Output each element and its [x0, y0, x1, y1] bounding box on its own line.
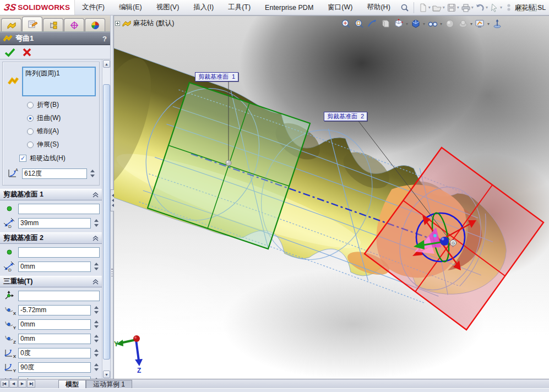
menu-file[interactable]: 文件(F): [75, 0, 112, 15]
feature-tree-root[interactable]: 麻花钻 (默认): [115, 19, 174, 28]
view-settings-caret[interactable]: ▾: [487, 21, 490, 26]
menu-tools[interactable]: 工具(T): [221, 0, 258, 15]
view-orientation-caret[interactable]: ▾: [406, 21, 408, 26]
zoom-to-area-icon[interactable]: [353, 18, 365, 30]
rotate-x-spinner[interactable]: [93, 349, 100, 357]
flex-type-stretch[interactable]: 伸展(S): [27, 140, 96, 149]
search-icon[interactable]: [399, 2, 411, 14]
select-cursor-icon[interactable]: [488, 2, 501, 14]
new-document-icon[interactable]: [417, 2, 429, 14]
displaymanager-tab[interactable]: [85, 18, 105, 31]
triad-z-input[interactable]: [18, 334, 91, 344]
model-scene[interactable]: G: [114, 16, 549, 379]
print-dropdown-caret[interactable]: ▾: [471, 5, 474, 10]
measure-icon[interactable]: [503, 2, 515, 14]
last-study-button[interactable]: ▶: [27, 380, 35, 388]
zoom-to-fit-icon[interactable]: [340, 18, 351, 30]
hide-show-caret[interactable]: ▾: [440, 21, 442, 26]
dimxpertmanager-tab[interactable]: [64, 18, 84, 31]
fly-through-icon[interactable]: [366, 18, 378, 30]
rotate-z-spinner[interactable]: [93, 378, 100, 379]
triad-x-input[interactable]: [18, 305, 91, 315]
angle-input[interactable]: [22, 168, 87, 179]
radio-bend[interactable]: [27, 102, 34, 108]
menu-enterprise-pdm[interactable]: Enterprise PDM: [258, 0, 320, 15]
propertymanager-tab[interactable]: [22, 17, 42, 31]
previous-study-button[interactable]: ◀: [9, 380, 18, 388]
trim-distance-1-input[interactable]: [18, 218, 91, 228]
triad-z-spinner[interactable]: [93, 335, 100, 342]
first-study-button[interactable]: ◀: [1, 380, 9, 388]
rotate-z-input[interactable]: [18, 377, 91, 379]
callout-trim-plane-1[interactable]: 剪裁基准面 1: [195, 72, 238, 81]
scrollbar-thumb[interactable]: [103, 84, 110, 360]
view-orientation-icon[interactable]: [393, 18, 404, 30]
callout-trim-plane-2[interactable]: 剪裁基准面 2: [324, 112, 367, 121]
angle-spinner[interactable]: [89, 170, 96, 177]
rotate-y-input[interactable]: [18, 362, 91, 373]
triad-center-knob[interactable]: [440, 237, 449, 246]
tree-expand-icon[interactable]: [115, 21, 120, 26]
scroll-up-button[interactable]: ▲: [103, 60, 110, 68]
section-view-icon[interactable]: [379, 18, 391, 30]
trim-distance-2-spinner[interactable]: [93, 263, 100, 270]
graphics-viewport[interactable]: G 麻花钻 (默认) ▾ ▾ ▾: [114, 15, 549, 379]
apply-scene-icon[interactable]: [457, 18, 469, 30]
hard-edges-option[interactable]: ✓ 粗硬边线(H): [19, 154, 96, 163]
panel-splitter[interactable]: [110, 15, 114, 379]
rotate-x-input[interactable]: [18, 348, 91, 358]
next-study-button[interactable]: ▶: [18, 380, 26, 388]
trim-plane-1-reference-input[interactable]: [18, 204, 100, 214]
flex-type-taper[interactable]: 锥削(A): [27, 127, 96, 136]
scroll-down-button[interactable]: ▼: [103, 371, 110, 378]
new-dropdown-caret[interactable]: ▾: [428, 5, 431, 10]
menu-view[interactable]: 视图(V): [149, 0, 187, 15]
save-icon[interactable]: [445, 2, 458, 14]
model-tab[interactable]: 模型: [58, 380, 86, 388]
open-document-icon[interactable]: [431, 2, 443, 14]
radio-taper[interactable]: [27, 128, 34, 135]
plane-1-anchor-dot[interactable]: [226, 160, 231, 166]
print-icon[interactable]: [460, 2, 472, 14]
help-button[interactable]: ?: [102, 35, 107, 43]
section-header-trim-plane-2[interactable]: 剪裁基准面 2: [0, 232, 102, 244]
triad-y-spinner[interactable]: [93, 320, 100, 328]
undo-dropdown-caret[interactable]: ▾: [486, 5, 488, 10]
section-header-triad[interactable]: 三重轴(T): [0, 276, 102, 287]
panel-scrollbar[interactable]: ▲ ▼: [102, 59, 110, 379]
menu-insert[interactable]: 插入(I): [186, 0, 221, 15]
configurationmanager-tab[interactable]: [43, 18, 63, 31]
display-style-icon[interactable]: [410, 18, 421, 30]
undo-icon[interactable]: [474, 2, 486, 14]
featuremanager-tree-tab[interactable]: [1, 18, 21, 31]
menu-window[interactable]: 窗口(W): [320, 0, 360, 15]
triad-reference-input[interactable]: [18, 291, 100, 301]
trim-distance-1-spinner[interactable]: [93, 219, 100, 227]
apply-scene-caret[interactable]: ▾: [470, 21, 472, 26]
splitter-grip[interactable]: [111, 269, 113, 276]
open-dropdown-caret[interactable]: ▾: [443, 5, 445, 10]
triad-x-spinner[interactable]: [93, 306, 100, 314]
motion-study-tab[interactable]: 运动算例 1: [86, 380, 132, 388]
edit-appearance-icon[interactable]: [444, 18, 455, 30]
hard-edges-checkbox[interactable]: ✓: [19, 155, 26, 162]
flex-type-twist[interactable]: 扭曲(W): [27, 113, 96, 123]
section-header-trim-plane-1[interactable]: 剪裁基准面 1: [0, 189, 102, 200]
menu-edit[interactable]: 编辑(E): [112, 0, 149, 15]
display-style-caret[interactable]: ▾: [423, 21, 425, 26]
rotate-y-spinner[interactable]: [93, 363, 100, 371]
trim-plane-2-reference-input[interactable]: [18, 247, 100, 258]
triad-y-input[interactable]: [18, 319, 91, 330]
cancel-button[interactable]: [22, 47, 32, 57]
save-dropdown-caret[interactable]: ▾: [457, 5, 459, 10]
hide-show-items-icon[interactable]: [427, 18, 438, 30]
select-dropdown-caret[interactable]: ▾: [500, 5, 502, 10]
radio-twist[interactable]: [27, 115, 34, 122]
radio-stretch[interactable]: [27, 141, 34, 148]
bodies-to-flex-listbox[interactable]: 阵列(圆周)1: [22, 67, 96, 96]
menu-help[interactable]: 帮助(H): [360, 0, 397, 15]
perspective-icon[interactable]: [491, 18, 503, 30]
ok-button[interactable]: [4, 47, 15, 57]
view-settings-icon[interactable]: [474, 18, 486, 30]
flex-type-bend[interactable]: 折弯(B): [27, 100, 96, 110]
